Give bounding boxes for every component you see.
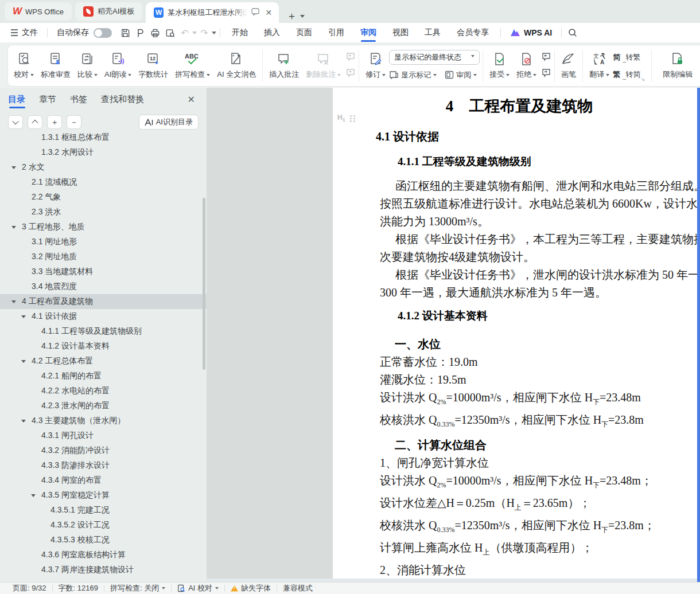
file-menu-button[interactable]: 文件 (5, 28, 44, 38)
tab-wps-office[interactable]: W WPS Office (5, 2, 72, 21)
word-count-indicator[interactable]: 字数: 12169 (53, 583, 104, 593)
translate-button[interactable]: 文A 翻译 (586, 48, 613, 84)
previous-change-button[interactable] (540, 52, 551, 64)
insert-comment-button[interactable]: 插入批注 (266, 48, 302, 84)
toc-item[interactable]: 4.3.3 防渗排水设计 (0, 458, 207, 473)
toc-item[interactable]: 3.1 闸址地形 (0, 235, 207, 249)
toc-item[interactable]: 4.2.1 船闸的布置 (0, 369, 207, 384)
menu-tab-home[interactable]: 开始 (224, 23, 256, 42)
new-tab-button[interactable]: ＋ (286, 9, 305, 23)
missing-font-warning[interactable]: 缺失字体 (225, 583, 277, 593)
toc-item[interactable]: 4.1.1 工程等级及建筑物级别 (0, 324, 207, 339)
to-simplified-button[interactable]: 繁→ 转简 (613, 68, 640, 81)
sidebar-tab-chapters[interactable]: 章节 (39, 88, 56, 111)
toc-item[interactable]: 4.2.2 水电站的布置 (0, 384, 207, 398)
previous-comment-button[interactable] (344, 52, 356, 64)
sidebar-tab-bookmarks[interactable]: 书签 (70, 88, 87, 111)
word-count-button[interactable]: 12 字数统计 (135, 48, 172, 84)
next-change-button[interactable] (540, 68, 551, 80)
toc-item[interactable]: 4.3.5 闸室稳定计算 (0, 488, 207, 503)
delete-comment-button[interactable]: 删除批注 (302, 48, 344, 84)
ai-recognize-toc-button[interactable]: AI识别目录 (139, 115, 199, 130)
compare-button[interactable]: 比较 (74, 48, 101, 84)
spellcheck-status[interactable]: 拼写检查: 关闭 (104, 583, 171, 593)
menu-tab-page[interactable]: 页面 (288, 23, 320, 42)
ai-polish-button[interactable]: AI 全文润色 (213, 48, 259, 84)
new-tab-caret-icon[interactable] (300, 15, 305, 20)
reject-button[interactable]: 拒绝 (513, 48, 540, 84)
toc-item[interactable]: 4.3.5.1 完建工况 (0, 503, 207, 518)
toc-item[interactable]: 1.3.1 枢纽总体布置 (0, 130, 207, 145)
comment-bubble-icon[interactable] (251, 8, 259, 17)
group-expander-icon[interactable]: ↘ (641, 76, 645, 82)
spell-check-button[interactable]: ABC 拼写检查 (172, 48, 213, 84)
toc-item[interactable]: 4.3.5.2 设计工况 (0, 518, 207, 533)
toc-collapse-arrow-icon[interactable] (31, 494, 36, 499)
menu-tab-tools[interactable]: 工具 (417, 23, 449, 42)
undo-icon[interactable]: ↶ (177, 26, 192, 40)
toc-collapse-arrow-icon[interactable] (21, 420, 26, 425)
print-preview-icon[interactable] (162, 26, 177, 40)
ai-proofread-status[interactable]: AI 校对 (172, 583, 224, 593)
menu-tab-view[interactable]: 视图 (384, 23, 417, 42)
search-icon[interactable] (565, 26, 580, 40)
h1-level-icon[interactable]: H1 (337, 109, 345, 128)
toc-item[interactable]: 3.2 闸址地质 (0, 249, 207, 264)
toc-item[interactable]: 2.3 洪水 (0, 205, 207, 220)
toc-item[interactable]: 4.3.7 两岸连接建筑物设计 (0, 562, 207, 577)
compat-mode-indicator[interactable]: 兼容模式 (277, 583, 318, 593)
to-traditional-button[interactable]: 简→ 转繁 (613, 50, 640, 64)
autosave-toggle[interactable] (94, 28, 112, 38)
reviewing-pane-button[interactable]: 审阅 (445, 68, 477, 82)
tab-document-active[interactable]: W 某水利枢纽工程泄水闸设计 ✕ (146, 2, 279, 23)
toc-collapse-arrow-icon[interactable] (11, 226, 16, 231)
toc-item[interactable]: 4.1 设计依据 (0, 309, 207, 324)
undo-caret-icon[interactable] (192, 32, 197, 37)
page-indicator[interactable]: 页面: 9/32 (7, 583, 52, 593)
sidebar-tab-find-replace[interactable]: 查找和替换 (101, 88, 144, 111)
restrict-editing-button[interactable]: 限制编辑 (655, 48, 696, 84)
toc-item[interactable]: 4.3.5.3 校核工况 (0, 533, 207, 548)
toc-collapse-arrow-icon[interactable] (21, 360, 26, 365)
toc-item[interactable]: 4.3.4 闸室的布置 (0, 473, 207, 488)
redo-caret-icon[interactable] (212, 32, 216, 37)
toc-item[interactable]: 4.3.1 闸孔设计 (0, 428, 207, 443)
toc-item[interactable]: 3.4 地震烈度 (0, 279, 207, 294)
toc-item[interactable]: 3 工程地形、地质 (0, 220, 207, 235)
toc-next-button[interactable] (8, 115, 23, 129)
pen-button[interactable]: 画笔 (558, 48, 580, 84)
toc-item[interactable]: 2.1 流域概况 (0, 175, 207, 190)
menu-tab-review[interactable]: 审阅 (352, 23, 384, 42)
save-icon[interactable] (118, 26, 133, 40)
menu-tab-member[interactable]: 会员专享 (449, 23, 497, 42)
proofread-button[interactable]: 校对 (10, 48, 37, 84)
toc-previous-button[interactable] (28, 115, 42, 129)
menu-tab-insert[interactable]: 插入 (256, 23, 288, 42)
accept-button[interactable]: 接受 (486, 48, 513, 84)
tab-template[interactable]: 稻壳AI模板 (75, 2, 142, 21)
sidebar-scrollbar-thumb[interactable] (203, 198, 205, 370)
document-page[interactable]: H1 4 工程布置及建筑物 4.1 设计依据4.1.1 工程等级及建筑物级别函江… (333, 88, 700, 582)
ai-read-button[interactable]: AI朗读 (101, 48, 135, 84)
toc-item[interactable]: 4.3 主要建筑物（泄水闸） (0, 413, 207, 428)
markup-state-select[interactable]: 显示标记的最终状态 (389, 50, 480, 65)
print-icon[interactable] (147, 26, 162, 40)
toc-item[interactable]: 4 工程布置及建筑物 (0, 294, 207, 309)
wps-ai-button[interactable]: WPS AI (504, 28, 558, 37)
toc-item[interactable]: 4.1.2 设计基本资料 (0, 339, 207, 354)
toc-item[interactable]: 4.2 工程总体布置 (0, 354, 207, 369)
autosave-control[interactable]: 自动保存 (51, 28, 118, 38)
toc-item[interactable]: 4.3.6 闸室底板结构计算 (0, 548, 207, 562)
toc-collapse-arrow-icon[interactable] (11, 300, 16, 306)
toc-expand-button[interactable]: ＋ (47, 115, 62, 129)
toc-item[interactable]: 4.3.2 消能防冲设计 (0, 443, 207, 458)
output-pdf-icon[interactable] (133, 26, 147, 40)
toc-item[interactable]: 2 水文 (0, 160, 207, 175)
menu-tab-reference[interactable]: 引用 (320, 23, 352, 42)
next-comment-button[interactable] (344, 68, 356, 80)
right-scrollbar-edge[interactable] (697, 88, 700, 582)
toc-collapse-arrow-icon[interactable] (21, 315, 26, 321)
toc-collapse-arrow-icon[interactable] (11, 166, 16, 171)
toc-item[interactable]: 2.2 气象 (0, 190, 207, 205)
redo-icon[interactable]: ↷ (197, 26, 212, 40)
